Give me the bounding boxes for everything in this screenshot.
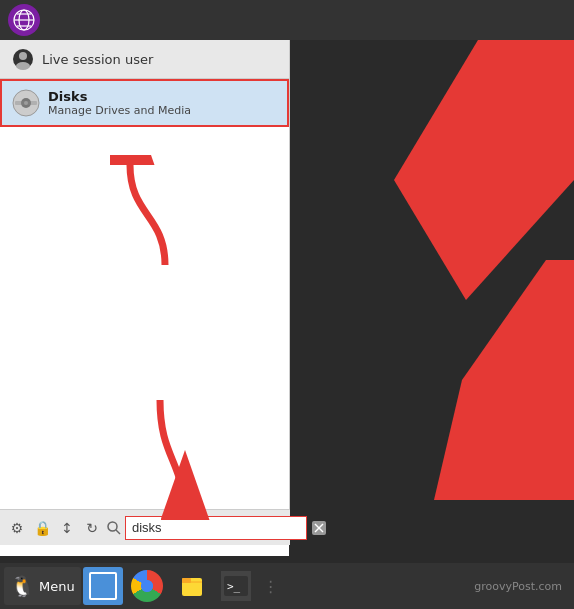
terminal-icon: >_ [221, 571, 251, 601]
search-input[interactable] [125, 516, 307, 540]
svg-line-14 [116, 530, 120, 534]
user-label: Live session user [42, 52, 153, 67]
top-bar-icon[interactable] [8, 4, 40, 36]
search-icon-wrap [107, 521, 121, 535]
taskbar-chrome-button[interactable] [125, 567, 169, 605]
window-icon [89, 572, 117, 600]
menu-label: Menu [39, 579, 75, 594]
app-name: Disks [48, 89, 191, 104]
app-info: Disks Manage Drives and Media [48, 89, 191, 117]
taskbar-terminal-button[interactable]: >_ [215, 567, 257, 605]
user-icon [12, 48, 34, 70]
launcher-header: Live session user [0, 40, 289, 79]
launcher-apps-area [0, 127, 289, 556]
settings-icon[interactable]: ⚙ [6, 517, 28, 539]
watermark: groovyPost.com [474, 580, 570, 593]
svg-point-8 [16, 62, 30, 70]
svg-rect-12 [15, 101, 37, 105]
taskbar-menu-button[interactable]: 🐧 Menu [4, 567, 81, 605]
sort-icon[interactable]: ↕ [56, 517, 78, 539]
taskbar-files-button[interactable] [171, 567, 213, 605]
lock-icon[interactable]: 🔒 [31, 517, 53, 539]
top-bar [0, 0, 574, 40]
app-result-disks[interactable]: Disks Manage Drives and Media [0, 79, 289, 127]
launcher-window: Live session user Disks Manage Drives an… [0, 40, 290, 545]
search-icon [107, 521, 121, 535]
nav-icons: ⚙ 🔒 ↕ ↻ [6, 517, 103, 539]
tux-icon: 🐧 [10, 574, 35, 598]
taskbar-separator: ⋮ [259, 577, 283, 596]
refresh-icon[interactable]: ↻ [81, 517, 103, 539]
chrome-icon [131, 570, 163, 602]
disks-app-icon [12, 89, 40, 117]
svg-point-13 [108, 522, 117, 531]
svg-rect-21 [182, 578, 191, 583]
clear-icon [311, 520, 327, 536]
launcher-search-bar: ⚙ 🔒 ↕ ↻ [0, 509, 290, 545]
taskbar: 🐧 Menu >_ ⋮ groovyPost [0, 563, 574, 609]
app-desc: Manage Drives and Media [48, 104, 191, 117]
globe-icon [13, 9, 35, 31]
svg-text:>_: >_ [227, 580, 241, 593]
svg-point-7 [19, 52, 27, 60]
taskbar-active-window[interactable] [83, 567, 123, 605]
search-clear-button[interactable] [311, 518, 327, 538]
files-icon [177, 571, 207, 601]
